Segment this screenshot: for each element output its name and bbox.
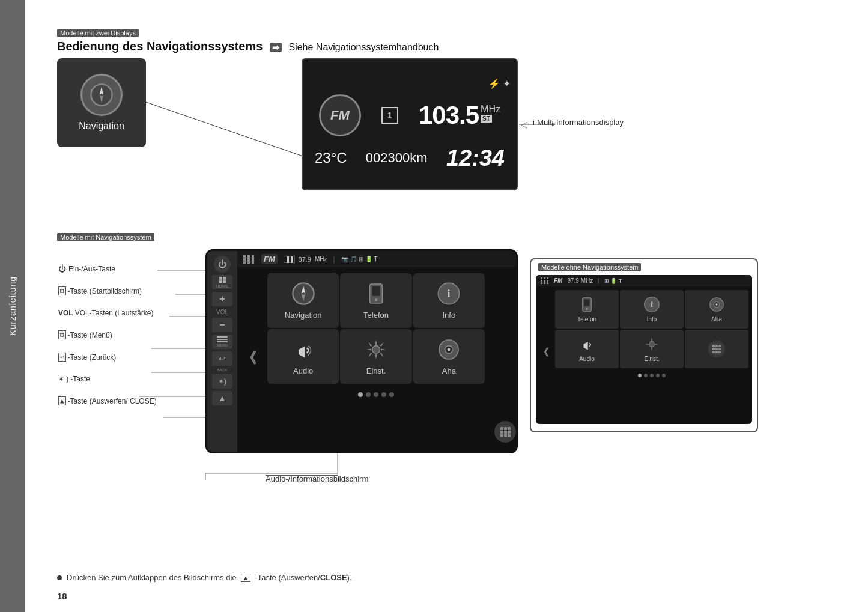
- back-label-strip: BACK: [217, 368, 227, 372]
- heading-text: Bedienung des Navigationssystems: [57, 40, 263, 53]
- small-grid-icon: [541, 277, 549, 284]
- controls-labels: ⏻ Ein-/Aus-Taste ⊞ -Taste (Startbildschi…: [58, 264, 157, 415]
- imulti-main-row: FM 1 103.5 MHz ST: [309, 94, 511, 136]
- back-label-row: ↩ -Taste (Zurück): [58, 353, 157, 362]
- dim-button[interactable]: ✶): [212, 374, 232, 389]
- small-page-dots: [551, 374, 752, 377]
- vol-plus-button[interactable]: +: [212, 292, 232, 306]
- km-display: 002300km: [366, 150, 428, 166]
- power-label-row: ⏻ Ein-/Aus-Taste: [58, 264, 157, 273]
- note-text: Drücken Sie zum Aufklappen des Bildschir…: [67, 573, 237, 582]
- svg-point-25: [372, 346, 380, 354]
- small-tile-audio[interactable]: Audio: [555, 330, 619, 368]
- power-label-text: Ein-/Aus-Taste: [68, 265, 115, 273]
- eject-icon-sym: ▲: [58, 396, 66, 405]
- eject-button[interactable]: ▲: [212, 391, 232, 405]
- tile-info-icon: i: [437, 282, 461, 306]
- tile-telefon-label: Telefon: [363, 311, 389, 320]
- tile-aha[interactable]: Aha: [413, 329, 485, 384]
- dot-4: [381, 392, 386, 397]
- small-screen-container: Modelle ohne Navigationssystem FM 87.9 M…: [530, 258, 758, 432]
- nav-compass-icon: [80, 74, 123, 116]
- tile-navigation[interactable]: Navigation: [267, 273, 339, 328]
- tile-nav-label: Navigation: [285, 311, 321, 320]
- tile-info[interactable]: i Info: [413, 273, 485, 328]
- menu-label-text: -Taste (Menü): [68, 331, 112, 339]
- tiles-area: Navigation Telefon: [261, 267, 491, 449]
- screen-grid: Navigation Telefon: [261, 267, 491, 390]
- imulti-icons: ⚡ ✦: [488, 78, 511, 89]
- time-display: 12:34: [446, 145, 505, 171]
- sidebar-label: Kurzanleitung: [8, 276, 17, 336]
- grid-switch-btn[interactable]: [491, 267, 518, 449]
- screen-freq: 87.9: [299, 256, 311, 263]
- small-chevron-left[interactable]: 《: [536, 286, 551, 419]
- small-aha-label: Aha: [711, 316, 722, 323]
- svg-point-37: [649, 342, 655, 347]
- small-grid-button[interactable]: [685, 330, 748, 368]
- grid-switch-icon: [494, 421, 516, 443]
- small-tile-telefon[interactable]: Telefon: [555, 290, 619, 329]
- power-icon-sym: ⏻: [58, 264, 66, 273]
- grid-icon: [243, 255, 255, 264]
- vol-text: VOL: [58, 309, 73, 317]
- svg-point-36: [715, 303, 717, 305]
- vol-label-strip: VOL: [216, 309, 228, 315]
- screen-icons-right: 📷 🎵 ⊞ 🔋 T: [341, 256, 378, 262]
- vol-minus-button[interactable]: −: [212, 318, 232, 332]
- page-heading: Bedienung des Navigationssystems ➡ Siehe…: [57, 40, 439, 53]
- tile-audio[interactable]: Audio: [267, 329, 339, 384]
- navigation-button[interactable]: Navigation: [57, 58, 146, 147]
- main-content: Modelle mit zwei Displays Bedienung des …: [25, 0, 868, 612]
- small-screen-grid: Telefon i Info: [551, 286, 752, 372]
- back-button[interactable]: ↩: [212, 351, 232, 366]
- nav-button-label: Navigation: [79, 121, 124, 132]
- svg-rect-30: [584, 300, 590, 306]
- small-tile-einst[interactable]: Einst.: [620, 330, 684, 368]
- dot-5: [389, 392, 394, 397]
- screen-separator: |: [333, 255, 335, 264]
- small-tiles-area: Telefon i Info: [551, 286, 752, 419]
- tile-telefon[interactable]: Telefon: [340, 273, 411, 328]
- power-button[interactable]: ⏻: [214, 256, 231, 273]
- imulti-label-text: i-Multi-Informationsdisplay: [533, 118, 624, 127]
- audio-label-line-h: [266, 475, 338, 476]
- screen-freq-row: ▐▐ 87.9 MHz: [284, 256, 327, 263]
- heading-suffix: Siehe Navigationssystemhandbuch: [288, 42, 439, 52]
- head-unit-screen: FM ▐▐ 87.9 MHz | 📷 🎵 ⊞ 🔋 T 《: [237, 251, 518, 453]
- tile-nav-icon: [291, 282, 315, 306]
- st-badge: ST: [481, 115, 492, 123]
- tile-aha-label: Aha: [442, 366, 456, 375]
- no-nav-label: Modelle ohne Navigationssystem: [538, 263, 641, 271]
- freq-unit: MHz: [481, 104, 500, 115]
- dot-1: [358, 392, 363, 397]
- tile-aha-icon: [437, 338, 461, 362]
- bottom-note-container: Drücken Sie zum Aufklappen des Bildschir…: [57, 573, 352, 582]
- small-tile-aha[interactable]: Aha: [685, 290, 748, 329]
- signal-icon: ▐▐: [284, 256, 295, 263]
- tile-info-label: Info: [442, 311, 455, 320]
- home-icon-sym: ⊞: [58, 286, 66, 295]
- small-grid-switch-icon: [708, 341, 725, 357]
- vol-label-text: VOL-Tasten (Lautstärke): [75, 309, 154, 317]
- svg-point-28: [448, 348, 451, 351]
- small-audio-icon: [578, 336, 595, 353]
- fm-badge-large: FM: [319, 94, 361, 136]
- small-phone-icon: [578, 296, 595, 313]
- svg-line-0: [146, 102, 303, 156]
- svg-text:i: i: [448, 287, 451, 300]
- tile-einst[interactable]: Einst.: [340, 329, 411, 384]
- heading-arrow: ➡: [270, 43, 282, 52]
- note-bold: -Taste (Auswerfen/CLOSE).: [255, 573, 351, 582]
- menu-icon-sym: ⊟: [58, 330, 66, 339]
- small-screen-body: 《 Telefon: [536, 286, 752, 419]
- chevron-left-main[interactable]: 《: [237, 267, 261, 449]
- svg-point-31: [586, 308, 587, 310]
- small-tile-info[interactable]: i Info: [620, 290, 684, 329]
- small-fm-badge: FM: [554, 277, 562, 284]
- home-button[interactable]: HOME: [212, 275, 232, 289]
- small-dot-2: [644, 374, 648, 377]
- vol-label-row: VOL VOL-Tasten (Lautstärke): [58, 309, 157, 317]
- menu-button[interactable]: MENU: [212, 335, 232, 349]
- screen-body: 《 Navigation: [237, 267, 518, 449]
